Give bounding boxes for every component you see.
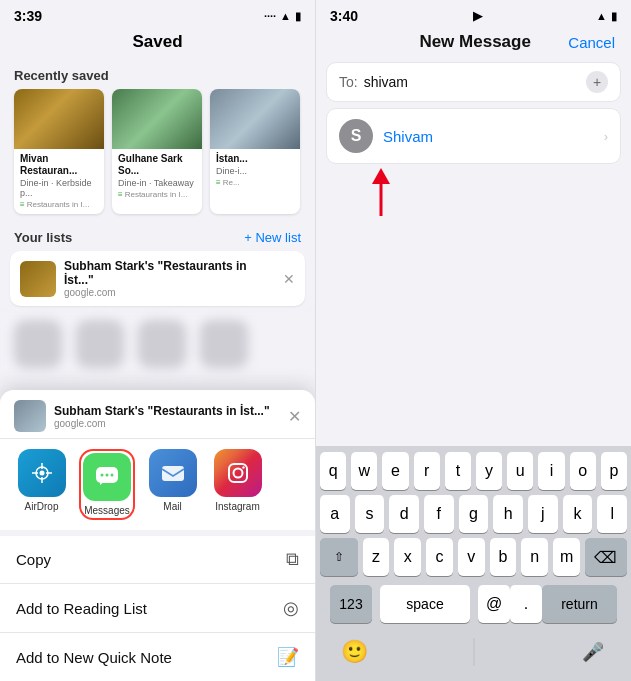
key-123[interactable]: 123 <box>330 585 372 623</box>
copy-action[interactable]: Copy ⧉ <box>0 536 315 584</box>
tag-icon-2: ≡ <box>118 190 123 199</box>
key-c[interactable]: c <box>426 538 453 576</box>
saved-item-info-2: Gulhane Sark So... Dine-in · Takeaway ≡ … <box>112 149 202 204</box>
key-k[interactable]: k <box>563 495 593 533</box>
blurred-icon-3 <box>138 320 186 368</box>
key-return[interactable]: return <box>542 585 617 623</box>
share-site-url: google.com <box>54 418 280 429</box>
keyboard-row-3: ⇧ z x c v b n m ⌫ <box>320 538 627 576</box>
saved-header: Saved <box>0 28 315 60</box>
key-v[interactable]: v <box>458 538 485 576</box>
key-d[interactable]: d <box>389 495 419 533</box>
key-dot[interactable]: . <box>510 585 542 623</box>
to-field[interactable]: To: shivam + <box>326 62 621 102</box>
saved-item-2[interactable]: Gulhane Sark So... Dine-in · Takeaway ≡ … <box>112 89 202 214</box>
airdrop-icon <box>18 449 66 497</box>
key-r[interactable]: r <box>414 452 440 490</box>
list-item-close-button[interactable]: ✕ <box>283 271 295 287</box>
keyboard: q w e r t y u i o p a s d f g h j k l ⇧ … <box>316 446 631 681</box>
key-h[interactable]: h <box>493 495 523 533</box>
instagram-icon <box>214 449 262 497</box>
share-sheet: Subham Stark's "Restaurants in İst..." g… <box>0 390 315 681</box>
status-bar-right: 3:40 ▶ ▲ ▮ <box>316 0 631 28</box>
saved-item-img-1 <box>14 89 104 149</box>
key-s[interactable]: s <box>355 495 385 533</box>
contact-suggestion[interactable]: S Shivam › <box>326 108 621 164</box>
share-close-button[interactable]: ✕ <box>288 407 301 426</box>
key-e[interactable]: e <box>382 452 408 490</box>
message-area <box>316 221 631 446</box>
contact-name: Shivam <box>383 128 433 145</box>
keyboard-row-2: a s d f g h j k l <box>320 495 627 533</box>
share-app-messages[interactable]: Messages <box>79 449 135 520</box>
emoji-button[interactable]: 🙂 <box>334 633 374 671</box>
wifi-icon: ▲ <box>280 10 291 22</box>
svg-marker-11 <box>372 168 390 184</box>
saved-title: Saved <box>132 32 182 51</box>
add-recipient-button[interactable]: + <box>586 71 608 93</box>
key-space[interactable]: space <box>380 585 470 623</box>
key-n[interactable]: n <box>521 538 548 576</box>
battery-icon: ▮ <box>295 10 301 23</box>
key-p[interactable]: p <box>601 452 627 490</box>
list-item-thumb <box>20 261 56 297</box>
share-app-airdrop[interactable]: AirDrop <box>14 449 69 520</box>
saved-item-sub-1: Dine-in · Kerbside p... <box>20 178 98 198</box>
new-list-button[interactable]: + New list <box>244 230 301 245</box>
share-sheet-header: Subham Stark's "Restaurants in İst..." g… <box>0 390 315 438</box>
key-b[interactable]: b <box>490 538 517 576</box>
share-app-mail[interactable]: Mail <box>145 449 200 520</box>
status-time-right: 3:40 <box>330 8 358 24</box>
share-actions: Copy ⧉ Add to Reading List ◎ Add to New … <box>0 536 315 681</box>
key-i[interactable]: i <box>538 452 564 490</box>
key-g[interactable]: g <box>459 495 489 533</box>
key-w[interactable]: w <box>351 452 377 490</box>
your-lists-title: Your lists <box>14 230 72 245</box>
blurred-icon-1 <box>14 320 62 368</box>
saved-item-name-3: İstan... <box>216 153 294 165</box>
new-message-title: New Message <box>382 32 568 52</box>
key-m[interactable]: m <box>553 538 580 576</box>
key-delete[interactable]: ⌫ <box>585 538 627 576</box>
saved-item-1[interactable]: Mivan Restauran... Dine-in · Kerbside p.… <box>14 89 104 214</box>
key-at[interactable]: @ <box>478 585 510 623</box>
key-q[interactable]: q <box>320 452 346 490</box>
key-t[interactable]: t <box>445 452 471 490</box>
keyboard-bottom-row: 123 space @ . return <box>320 581 627 631</box>
svg-point-1 <box>39 471 44 476</box>
copy-icon: ⧉ <box>286 549 299 570</box>
key-u[interactable]: u <box>507 452 533 490</box>
status-time-left: 3:39 <box>14 8 42 24</box>
svg-rect-6 <box>162 466 184 481</box>
reading-list-icon: ◎ <box>283 597 299 619</box>
key-a[interactable]: a <box>320 495 350 533</box>
to-input[interactable]: shivam <box>364 74 586 90</box>
mic-button[interactable]: 🎤 <box>573 633 613 671</box>
key-f[interactable]: f <box>424 495 454 533</box>
status-bar-left: 3:39 ···· ▲ ▮ <box>0 0 315 28</box>
saved-item-3[interactable]: İstan... Dine-i... ≡ Re... <box>210 89 300 214</box>
left-panel: 3:39 ···· ▲ ▮ Saved Recently saved Mivan… <box>0 0 316 681</box>
cancel-button[interactable]: Cancel <box>568 34 615 51</box>
key-l[interactable]: l <box>597 495 627 533</box>
reading-list-label: Add to Reading List <box>16 600 147 617</box>
reading-list-action[interactable]: Add to Reading List ◎ <box>0 584 315 633</box>
svg-point-4 <box>106 474 109 477</box>
key-y[interactable]: y <box>476 452 502 490</box>
share-site-name: Subham Stark's "Restaurants in İst..." <box>54 404 280 418</box>
key-j[interactable]: j <box>528 495 558 533</box>
key-z[interactable]: z <box>363 538 390 576</box>
list-item-name: Subham Stark's "Restaurants in İst..." <box>64 259 275 287</box>
recently-saved-label: Recently saved <box>0 60 315 89</box>
quick-note-label: Add to New Quick Note <box>16 649 172 666</box>
list-item-card[interactable]: Subham Stark's "Restaurants in İst..." g… <box>10 251 305 306</box>
svg-point-3 <box>101 474 104 477</box>
key-x[interactable]: x <box>394 538 421 576</box>
key-o[interactable]: o <box>570 452 596 490</box>
share-site-text: Subham Stark's "Restaurants in İst..." g… <box>54 404 280 429</box>
share-app-instagram[interactable]: Instagram <box>210 449 265 520</box>
key-shift[interactable]: ⇧ <box>320 538 358 576</box>
mail-icon <box>149 449 197 497</box>
copy-label: Copy <box>16 551 51 568</box>
quick-note-action[interactable]: Add to New Quick Note 📝 <box>0 633 315 681</box>
